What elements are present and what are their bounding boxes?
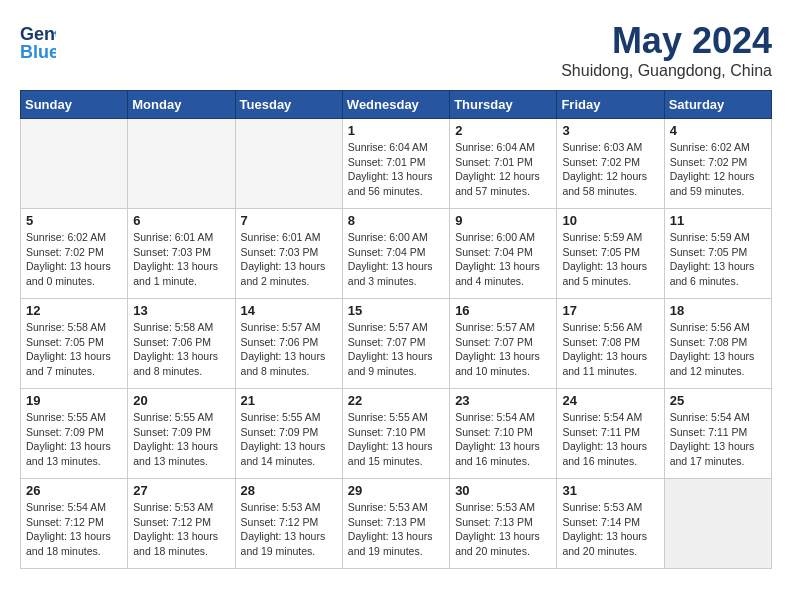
title-area: May 2024 Shuidong, Guangdong, China	[561, 20, 772, 80]
day-info: Sunrise: 5:59 AM Sunset: 7:05 PM Dayligh…	[562, 230, 658, 289]
calendar-cell: 6Sunrise: 6:01 AM Sunset: 7:03 PM Daylig…	[128, 209, 235, 299]
calendar-cell: 2Sunrise: 6:04 AM Sunset: 7:01 PM Daylig…	[450, 119, 557, 209]
day-number: 18	[670, 303, 766, 318]
calendar-cell: 12Sunrise: 5:58 AM Sunset: 7:05 PM Dayli…	[21, 299, 128, 389]
day-number: 27	[133, 483, 229, 498]
calendar-cell: 23Sunrise: 5:54 AM Sunset: 7:10 PM Dayli…	[450, 389, 557, 479]
weekday-header-saturday: Saturday	[664, 91, 771, 119]
weekday-header-monday: Monday	[128, 91, 235, 119]
month-title: May 2024	[561, 20, 772, 62]
day-number: 7	[241, 213, 337, 228]
day-info: Sunrise: 6:01 AM Sunset: 7:03 PM Dayligh…	[133, 230, 229, 289]
weekday-header-wednesday: Wednesday	[342, 91, 449, 119]
day-info: Sunrise: 5:57 AM Sunset: 7:07 PM Dayligh…	[348, 320, 444, 379]
calendar-cell: 25Sunrise: 5:54 AM Sunset: 7:11 PM Dayli…	[664, 389, 771, 479]
calendar-table: SundayMondayTuesdayWednesdayThursdayFrid…	[20, 90, 772, 569]
calendar-cell	[235, 119, 342, 209]
day-number: 11	[670, 213, 766, 228]
calendar-cell: 5Sunrise: 6:02 AM Sunset: 7:02 PM Daylig…	[21, 209, 128, 299]
day-info: Sunrise: 5:54 AM Sunset: 7:11 PM Dayligh…	[562, 410, 658, 469]
calendar-cell: 11Sunrise: 5:59 AM Sunset: 7:05 PM Dayli…	[664, 209, 771, 299]
day-info: Sunrise: 5:58 AM Sunset: 7:06 PM Dayligh…	[133, 320, 229, 379]
day-number: 3	[562, 123, 658, 138]
calendar-cell: 7Sunrise: 6:01 AM Sunset: 7:03 PM Daylig…	[235, 209, 342, 299]
day-info: Sunrise: 5:53 AM Sunset: 7:13 PM Dayligh…	[455, 500, 551, 559]
logo: General Blue	[20, 20, 56, 66]
day-info: Sunrise: 6:00 AM Sunset: 7:04 PM Dayligh…	[455, 230, 551, 289]
day-info: Sunrise: 5:57 AM Sunset: 7:07 PM Dayligh…	[455, 320, 551, 379]
calendar-week-row: 5Sunrise: 6:02 AM Sunset: 7:02 PM Daylig…	[21, 209, 772, 299]
calendar-week-row: 1Sunrise: 6:04 AM Sunset: 7:01 PM Daylig…	[21, 119, 772, 209]
day-number: 4	[670, 123, 766, 138]
day-number: 6	[133, 213, 229, 228]
day-number: 31	[562, 483, 658, 498]
day-info: Sunrise: 5:55 AM Sunset: 7:10 PM Dayligh…	[348, 410, 444, 469]
page-header: General Blue May 2024 Shuidong, Guangdon…	[20, 20, 772, 80]
calendar-cell: 20Sunrise: 5:55 AM Sunset: 7:09 PM Dayli…	[128, 389, 235, 479]
calendar-cell: 1Sunrise: 6:04 AM Sunset: 7:01 PM Daylig…	[342, 119, 449, 209]
calendar-cell: 21Sunrise: 5:55 AM Sunset: 7:09 PM Dayli…	[235, 389, 342, 479]
day-number: 1	[348, 123, 444, 138]
day-number: 30	[455, 483, 551, 498]
day-number: 25	[670, 393, 766, 408]
day-number: 22	[348, 393, 444, 408]
day-number: 21	[241, 393, 337, 408]
day-number: 12	[26, 303, 122, 318]
day-info: Sunrise: 5:54 AM Sunset: 7:12 PM Dayligh…	[26, 500, 122, 559]
svg-text:Blue: Blue	[20, 42, 56, 62]
weekday-header-friday: Friday	[557, 91, 664, 119]
calendar-cell: 14Sunrise: 5:57 AM Sunset: 7:06 PM Dayli…	[235, 299, 342, 389]
weekday-header-tuesday: Tuesday	[235, 91, 342, 119]
calendar-cell	[128, 119, 235, 209]
day-info: Sunrise: 6:02 AM Sunset: 7:02 PM Dayligh…	[26, 230, 122, 289]
logo-icon: General Blue	[20, 20, 56, 62]
day-number: 15	[348, 303, 444, 318]
day-info: Sunrise: 5:53 AM Sunset: 7:12 PM Dayligh…	[241, 500, 337, 559]
day-number: 16	[455, 303, 551, 318]
day-info: Sunrise: 6:03 AM Sunset: 7:02 PM Dayligh…	[562, 140, 658, 199]
calendar-cell: 18Sunrise: 5:56 AM Sunset: 7:08 PM Dayli…	[664, 299, 771, 389]
calendar-cell: 19Sunrise: 5:55 AM Sunset: 7:09 PM Dayli…	[21, 389, 128, 479]
calendar-cell: 31Sunrise: 5:53 AM Sunset: 7:14 PM Dayli…	[557, 479, 664, 569]
day-number: 17	[562, 303, 658, 318]
day-number: 14	[241, 303, 337, 318]
svg-text:General: General	[20, 24, 56, 44]
day-info: Sunrise: 5:53 AM Sunset: 7:13 PM Dayligh…	[348, 500, 444, 559]
day-number: 5	[26, 213, 122, 228]
day-info: Sunrise: 5:55 AM Sunset: 7:09 PM Dayligh…	[133, 410, 229, 469]
calendar-cell: 22Sunrise: 5:55 AM Sunset: 7:10 PM Dayli…	[342, 389, 449, 479]
day-number: 26	[26, 483, 122, 498]
calendar-cell: 16Sunrise: 5:57 AM Sunset: 7:07 PM Dayli…	[450, 299, 557, 389]
day-info: Sunrise: 6:01 AM Sunset: 7:03 PM Dayligh…	[241, 230, 337, 289]
calendar-cell: 9Sunrise: 6:00 AM Sunset: 7:04 PM Daylig…	[450, 209, 557, 299]
calendar-cell	[664, 479, 771, 569]
day-number: 19	[26, 393, 122, 408]
calendar-cell: 24Sunrise: 5:54 AM Sunset: 7:11 PM Dayli…	[557, 389, 664, 479]
day-info: Sunrise: 6:00 AM Sunset: 7:04 PM Dayligh…	[348, 230, 444, 289]
day-number: 28	[241, 483, 337, 498]
location: Shuidong, Guangdong, China	[561, 62, 772, 80]
calendar-cell	[21, 119, 128, 209]
day-number: 23	[455, 393, 551, 408]
day-info: Sunrise: 5:53 AM Sunset: 7:12 PM Dayligh…	[133, 500, 229, 559]
calendar-cell: 26Sunrise: 5:54 AM Sunset: 7:12 PM Dayli…	[21, 479, 128, 569]
calendar-cell: 15Sunrise: 5:57 AM Sunset: 7:07 PM Dayli…	[342, 299, 449, 389]
calendar-week-row: 26Sunrise: 5:54 AM Sunset: 7:12 PM Dayli…	[21, 479, 772, 569]
calendar-week-row: 12Sunrise: 5:58 AM Sunset: 7:05 PM Dayli…	[21, 299, 772, 389]
calendar-cell: 30Sunrise: 5:53 AM Sunset: 7:13 PM Dayli…	[450, 479, 557, 569]
day-number: 10	[562, 213, 658, 228]
calendar-cell: 17Sunrise: 5:56 AM Sunset: 7:08 PM Dayli…	[557, 299, 664, 389]
day-number: 24	[562, 393, 658, 408]
day-number: 29	[348, 483, 444, 498]
day-info: Sunrise: 5:53 AM Sunset: 7:14 PM Dayligh…	[562, 500, 658, 559]
weekday-header-thursday: Thursday	[450, 91, 557, 119]
calendar-cell: 3Sunrise: 6:03 AM Sunset: 7:02 PM Daylig…	[557, 119, 664, 209]
weekday-header-sunday: Sunday	[21, 91, 128, 119]
day-number: 20	[133, 393, 229, 408]
day-info: Sunrise: 6:04 AM Sunset: 7:01 PM Dayligh…	[455, 140, 551, 199]
weekday-header-row: SundayMondayTuesdayWednesdayThursdayFrid…	[21, 91, 772, 119]
day-info: Sunrise: 5:55 AM Sunset: 7:09 PM Dayligh…	[241, 410, 337, 469]
calendar-cell: 27Sunrise: 5:53 AM Sunset: 7:12 PM Dayli…	[128, 479, 235, 569]
day-number: 9	[455, 213, 551, 228]
day-info: Sunrise: 5:59 AM Sunset: 7:05 PM Dayligh…	[670, 230, 766, 289]
